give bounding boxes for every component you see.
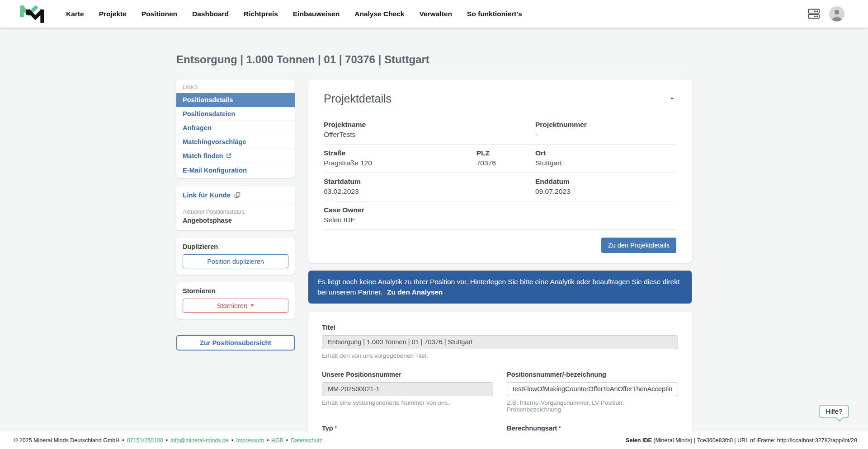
nav-item-analyse-check[interactable]: Analyse Check (354, 10, 404, 18)
nav-item-verwalten[interactable]: Verwalten (419, 10, 452, 18)
footer-separator: • (286, 437, 288, 444)
sidebar-links-card: LINKS Positionsdetails Positionsdateien … (176, 80, 295, 178)
nav-item-richtpreis[interactable]: Richtpreis (244, 10, 278, 18)
nav-item-positionen[interactable]: Positionen (142, 10, 177, 18)
position-number-helper: Z.B. Interne-Vorgangsnummer, LV-Position… (507, 399, 678, 413)
sidebar: LINKS Positionsdetails Positionsdateien … (176, 80, 295, 351)
project-row: Startdatum 03.02.2023 Enddatum 09.07.202… (324, 173, 676, 201)
top-navigation: Karte Projekte Positionen Dashboard Rich… (0, 0, 868, 28)
cancel-card: Stornieren Stornieren (176, 282, 295, 319)
nav-menu: Karte Projekte Positionen Dashboard Rich… (66, 10, 522, 18)
field-value: Pragstraße 120 (324, 159, 476, 167)
collapse-card-button[interactable]: - (668, 92, 676, 103)
position-number-label: Positionsnummer/-bezeichnung (507, 371, 678, 378)
customer-link-label: Link für Kunde (183, 191, 231, 199)
sidebar-item-matchingvorschlaege[interactable]: Matchingvorschläge (176, 135, 295, 149)
footer-datenschutz-link[interactable]: Datenschutz (291, 437, 322, 444)
banner-text: Es liegt noch keine Analytik zu Ihrer Po… (317, 278, 679, 296)
footer-phone-link[interactable]: 07151/250100 (127, 437, 163, 444)
field-label: Ort (535, 149, 676, 157)
help-button[interactable]: Hilfe? (819, 405, 849, 418)
titel-helper: Erhält den von uns vorgegebenen Titel. (322, 352, 678, 359)
field-label: Projektnummer (535, 121, 676, 129)
our-position-number-field: Unsere Positionsnummer Erhält eine syste… (322, 371, 493, 413)
divider (176, 204, 295, 204)
sidebar-item-positionsdetails[interactable]: Positionsdetails (176, 93, 295, 107)
duplicate-card: Duplizieren Position duplizieren (176, 238, 295, 275)
position-status-value: Angebotsphase (183, 217, 288, 224)
field-value: Selen IDE (324, 216, 535, 224)
copyright-text: © 2025 Mineral Minds Deutschland GmbH (14, 437, 119, 444)
our-position-number-helper: Erhält eine systemgenerierte Nummer von … (322, 399, 493, 406)
field-label: Straße (324, 149, 476, 157)
berechnungsart-label-text: Berechnungsart (507, 425, 557, 432)
typ-label: Typ* (322, 425, 493, 432)
nav-right-icons (807, 6, 844, 22)
title-divider (176, 72, 692, 72)
footer-user-name: Selen IDE (626, 437, 652, 444)
customer-link[interactable]: Link für Kunde (183, 191, 288, 199)
field-value: 03.02.2023 (324, 187, 535, 196)
required-asterisk: * (558, 425, 561, 432)
field-label: Enddatum (535, 178, 676, 186)
berechnungsart-label: Berechnungsart* (507, 425, 678, 432)
cancel-button-label: Stornieren (217, 302, 247, 309)
project-details-card: Projektdetails - Projektname OfferTests … (308, 80, 692, 263)
footer-separator: • (231, 437, 233, 444)
project-fields-grid: Projektname OfferTests Projektnummer - S… (324, 116, 676, 230)
sidebar-item-label: Match finden (183, 152, 223, 159)
analytics-info-banner: Es liegt noch keine Analytik zu Ihrer Po… (308, 271, 692, 304)
field-value: OfferTests (324, 131, 535, 139)
footer-email-link[interactable]: info@mineral-minds.de (170, 437, 229, 444)
footer-left: © 2025 Mineral Minds Deutschland GmbH • … (14, 437, 322, 444)
cancel-header: Stornieren (183, 287, 288, 295)
nav-item-karte[interactable]: Karte (66, 10, 84, 18)
field-value: 70376 (476, 159, 535, 167)
titel-label: Titel (322, 324, 678, 331)
nav-item-projekte[interactable]: Projekte (99, 10, 127, 18)
footer-meta: (Mineral Minds) | 7ce360e83fb0 | URL of … (653, 437, 857, 444)
sidebar-item-positionsdateien[interactable]: Positionsdateien (176, 107, 295, 121)
typ-label-text: Typ (322, 425, 333, 432)
nav-item-dashboard[interactable]: Dashboard (192, 10, 229, 18)
field-value: - (535, 131, 676, 139)
position-number-input[interactable] (507, 382, 678, 396)
sidebar-item-label: Positionsdetails (183, 96, 233, 103)
main-column: Projektdetails - Projektname OfferTests … (308, 80, 692, 449)
sidebar-item-match-finden[interactable]: Match finden (176, 149, 295, 163)
sidebar-item-label: Anfragen (183, 124, 212, 131)
mineral-minds-logo-icon[interactable] (19, 3, 45, 25)
go-to-project-details-button[interactable]: Zu den Projektdetails (601, 238, 676, 253)
nav-item-einbauweisen[interactable]: Einbauweisen (293, 10, 340, 18)
position-form-card: Titel Erhält den von uns vorgegebenen Ti… (308, 312, 692, 449)
go-to-analyses-link[interactable]: Zu den Analysen (387, 288, 443, 296)
page-content: Entsorgung | 1.000 Tonnen | 01 | 70376 |… (176, 0, 692, 449)
sidebar-item-label: Positionsdateien (183, 110, 235, 117)
footer-separator: • (122, 437, 124, 444)
project-row: Straße Pragstraße 120 PLZ 70376 Ort Stut… (324, 145, 676, 173)
copy-icon (234, 192, 241, 198)
position-number-field: Positionsnummer/-bezeichnung Z.B. Intern… (507, 371, 678, 413)
server-stack-icon[interactable] (807, 8, 820, 19)
cancel-dropdown-button[interactable]: Stornieren (183, 299, 288, 313)
footer-separator: • (166, 437, 168, 444)
nav-item-so-funktionierts[interactable]: So funktioniert's (467, 10, 522, 18)
project-row: Projektname OfferTests Projektnummer - (324, 116, 676, 145)
footer: © 2025 Mineral Minds Deutschland GmbH • … (0, 431, 868, 449)
links-header: LINKS (176, 80, 295, 93)
field-label: PLZ (476, 149, 535, 157)
footer-impressum-link[interactable]: Impressum (236, 437, 264, 444)
sidebar-item-anfragen[interactable]: Anfragen (176, 121, 295, 135)
duplicate-position-button[interactable]: Position duplizieren (183, 254, 288, 268)
footer-agb-link[interactable]: AGB (271, 437, 283, 444)
sidebar-item-label: Matchingvorschläge (183, 138, 246, 145)
footer-separator: • (267, 437, 269, 444)
page-title: Entsorgung | 1.000 Tonnen | 01 | 70376 |… (176, 53, 692, 66)
titel-field: Titel Erhält den von uns vorgegebenen Ti… (322, 324, 678, 359)
field-value: Stuttgart (535, 159, 676, 167)
our-position-number-input (322, 382, 493, 396)
user-avatar-icon[interactable] (829, 6, 844, 22)
sidebar-item-email-konfiguration[interactable]: E-Mail Konfiguration (176, 163, 295, 177)
position-overview-button[interactable]: Zur Positionsübersicht (176, 335, 295, 351)
titel-input (322, 335, 678, 349)
